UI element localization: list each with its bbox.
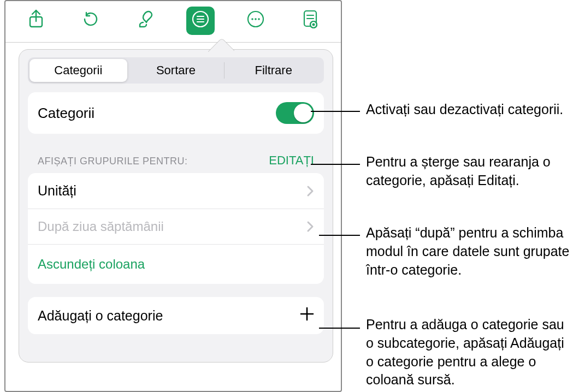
list-item-label: Unități bbox=[38, 183, 76, 199]
callout-line bbox=[311, 164, 360, 165]
device-panel: Categorii Sortare Filtrare Categorii AFI… bbox=[4, 0, 342, 392]
hide-column-row[interactable]: Ascundeți coloana bbox=[28, 244, 324, 284]
organize-button[interactable] bbox=[186, 7, 215, 35]
preview-button[interactable] bbox=[296, 7, 324, 35]
tab-sort[interactable]: Sortare bbox=[127, 59, 225, 82]
popover-arrow bbox=[208, 39, 234, 52]
chevron-right-icon bbox=[306, 185, 314, 197]
svg-point-8 bbox=[258, 18, 260, 20]
top-toolbar bbox=[5, 1, 341, 43]
more-icon bbox=[246, 10, 265, 32]
list-item-label: După ziua săptămânii bbox=[38, 219, 164, 234]
share-icon bbox=[28, 9, 44, 32]
list-item-units[interactable]: Unități bbox=[28, 173, 324, 209]
edit-button[interactable]: EDITAȚI bbox=[269, 153, 314, 168]
format-button[interactable] bbox=[132, 7, 160, 35]
svg-point-6 bbox=[251, 18, 253, 20]
categories-toggle-label: Categorii bbox=[38, 105, 94, 122]
callout-line bbox=[311, 111, 360, 112]
add-category-card: Adăugați o categorie bbox=[28, 297, 324, 334]
add-category-label: Adăugați o categorie bbox=[38, 308, 163, 324]
groups-section-label: AFIȘAȚI GRUPURILE PENTRU: bbox=[38, 156, 188, 167]
callout-groupby: Apăsați “după” pentru a schimba modul în… bbox=[366, 224, 574, 279]
undo-button[interactable] bbox=[76, 7, 105, 35]
paintbrush-icon bbox=[137, 9, 155, 32]
callout-add: Pentru a adăuga o categorie sau o subcat… bbox=[366, 316, 574, 389]
categories-toggle-switch[interactable] bbox=[276, 102, 314, 124]
more-button[interactable] bbox=[241, 7, 270, 35]
chevron-right-icon bbox=[306, 221, 314, 233]
add-category-row[interactable]: Adăugați o categorie bbox=[28, 297, 324, 334]
categories-toggle-card: Categorii bbox=[28, 92, 324, 134]
tab-categories[interactable]: Categorii bbox=[29, 59, 127, 82]
callout-toggle: Activați sau dezactivați categorii. bbox=[366, 100, 574, 119]
tab-filter[interactable]: Filtrare bbox=[224, 59, 322, 82]
organize-popover: Categorii Sortare Filtrare Categorii AFI… bbox=[19, 49, 333, 363]
callout-edit: Pentru a șterge sau rearanja o categorie… bbox=[366, 153, 574, 190]
categories-toggle-row: Categorii bbox=[28, 92, 324, 134]
groups-section-header: AFIȘAȚI GRUPURILE PENTRU: EDITAȚI bbox=[27, 153, 325, 173]
segmented-control: Categorii Sortare Filtrare bbox=[28, 57, 324, 84]
organize-icon bbox=[191, 10, 210, 32]
groups-list-card: Unități După ziua săptămânii Ascundeți c… bbox=[28, 173, 324, 284]
callout-line bbox=[319, 328, 360, 329]
callout-line bbox=[319, 235, 360, 236]
plus-icon bbox=[300, 307, 314, 324]
list-item-by-weekday[interactable]: După ziua săptămânii bbox=[28, 209, 324, 244]
doc-preview-icon bbox=[302, 9, 319, 32]
share-button[interactable] bbox=[22, 7, 50, 35]
svg-point-14 bbox=[312, 23, 315, 26]
undo-icon bbox=[81, 10, 100, 32]
hide-column-label: Ascundeți coloana bbox=[38, 257, 145, 272]
svg-point-7 bbox=[255, 18, 257, 20]
